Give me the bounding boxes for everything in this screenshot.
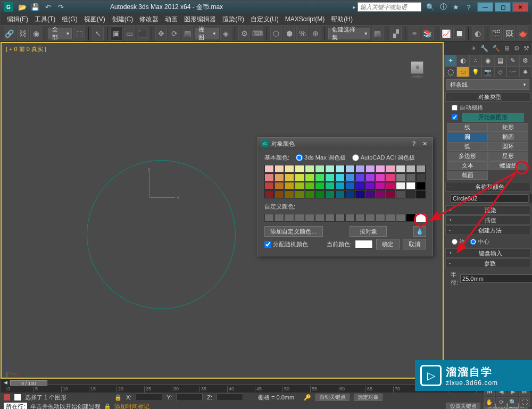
select-paint-icon[interactable]: ⬛ (137, 27, 148, 40)
snap-pct-icon[interactable]: % (296, 27, 308, 40)
dialog-close[interactable]: ✕ (420, 140, 429, 147)
color-cell[interactable] (386, 173, 395, 181)
radio-aci-palette[interactable] (352, 154, 359, 161)
maximize-button[interactable]: ▢ (495, 2, 511, 12)
select-name-icon[interactable]: ▣ (111, 27, 122, 40)
scale-icon[interactable]: ▤ (182, 27, 194, 40)
manip-icon[interactable]: ⚙ (238, 27, 250, 40)
btn-line[interactable]: 线 (447, 123, 488, 132)
color-cell[interactable] (416, 173, 426, 181)
cancel-button[interactable]: 取消 (403, 239, 426, 249)
color-cell[interactable] (315, 190, 325, 198)
snap-angle-icon[interactable]: ⬢ (284, 27, 295, 40)
coord-z[interactable] (217, 394, 243, 401)
viewport-label[interactable]: [ + 0 前 0 真实 ] (6, 45, 46, 53)
custom-color-cell[interactable] (275, 214, 284, 222)
menu-script[interactable]: MAXScript(M) (282, 14, 328, 24)
sub-warp[interactable]: 〰 (506, 66, 519, 77)
color-cell[interactable] (345, 182, 355, 190)
color-cell[interactable] (396, 182, 405, 190)
radio-3dsmax-palette[interactable] (296, 154, 303, 161)
menu-custom[interactable]: 自定义(U) (247, 13, 282, 26)
color-cell[interactable] (264, 173, 274, 181)
setkey-btn[interactable]: 设置关键点 (446, 403, 480, 409)
btn-star[interactable]: 星形 (488, 152, 529, 161)
menu-create[interactable]: 创建(C) (109, 13, 137, 26)
color-cell[interactable] (386, 182, 395, 190)
rollout-name-color[interactable]: -名称和颜色 (445, 182, 530, 191)
color-cell[interactable] (275, 190, 284, 198)
unlink-icon[interactable]: ⛓ (17, 27, 29, 40)
selkey-btn[interactable]: 选定对象 (354, 394, 383, 401)
custom-color-cell[interactable] (396, 214, 405, 222)
color-cell[interactable] (386, 165, 395, 173)
add-custom-color-btn[interactable]: 添加自定义颜色… (264, 226, 323, 237)
color-cell[interactable] (406, 190, 415, 198)
rollout-object-type[interactable]: -对象类型 (445, 92, 530, 102)
sub-cam[interactable]: 📷 (481, 66, 494, 77)
color-cell[interactable] (335, 190, 345, 198)
color-cell[interactable] (285, 173, 294, 181)
object-color-swatch[interactable] (530, 194, 531, 203)
minimize-button[interactable]: — (477, 2, 493, 12)
color-cell[interactable] (335, 173, 345, 181)
sys-tab[interactable]: ⚙ (519, 55, 531, 66)
custom-color-cell[interactable] (335, 214, 345, 222)
sub-light[interactable]: 💡 (469, 66, 481, 77)
info-icon[interactable]: ⓘ (437, 2, 449, 12)
radio-center[interactable] (470, 239, 476, 245)
color-cell[interactable] (396, 165, 405, 173)
color-cell[interactable] (285, 190, 294, 198)
custom-color-cell[interactable] (386, 214, 395, 222)
color-cell[interactable] (416, 182, 426, 190)
close-button[interactable]: ✕ (512, 2, 528, 12)
nav-orbit[interactable]: ⟳ (496, 397, 506, 407)
sub-helper[interactable]: ◇ (494, 66, 506, 77)
color-cell[interactable] (406, 182, 415, 190)
btn-text[interactable]: 文本 (447, 161, 488, 170)
named-set[interactable]: 创建选择集 (328, 28, 370, 39)
btn-helix[interactable]: 螺旋线 (488, 161, 529, 170)
object-name-input[interactable] (451, 194, 528, 203)
color-cell[interactable] (264, 182, 274, 190)
auto-grid-checkbox[interactable] (452, 105, 458, 111)
color-cell[interactable] (295, 165, 304, 173)
custom-color-cell[interactable] (365, 214, 375, 222)
display-tab2[interactable]: ▤ (494, 55, 506, 66)
menu-graph[interactable]: 图形编辑器 (181, 13, 219, 26)
menu-help[interactable]: 帮助(H) (328, 13, 356, 26)
btn-section[interactable]: 截面 (447, 171, 488, 180)
spinner-snap-icon[interactable]: ⊕ (310, 27, 321, 40)
color-cell[interactable] (305, 165, 314, 173)
help-icon[interactable]: ? (463, 2, 475, 12)
color-cell[interactable] (365, 165, 375, 173)
custom-color-cell[interactable] (305, 214, 314, 222)
mirror-icon[interactable]: ▞ (390, 27, 402, 40)
custom-color-cell[interactable] (325, 214, 335, 222)
util-icon[interactable]: ⚙ (514, 45, 520, 52)
color-cell[interactable] (315, 182, 325, 190)
schematic-icon[interactable]: 🔲 (453, 27, 465, 40)
color-cell[interactable] (295, 182, 304, 190)
add-time-marker[interactable]: 添加时间标记 (114, 403, 149, 410)
color-cell[interactable] (345, 190, 355, 198)
redo-icon[interactable]: ↷ (55, 2, 66, 12)
color-cell[interactable] (345, 165, 355, 173)
radius-input[interactable] (460, 274, 532, 283)
color-cell[interactable] (335, 182, 345, 190)
color-cell[interactable] (376, 173, 385, 181)
color-cell[interactable] (396, 173, 405, 181)
color-cell[interactable] (355, 173, 365, 181)
custom-color-cell[interactable] (264, 214, 274, 222)
hammer-icon[interactable]: 🔨 (492, 45, 500, 52)
color-cell[interactable] (416, 190, 426, 198)
color-cell[interactable] (315, 165, 325, 173)
save-icon[interactable]: 💾 (29, 2, 41, 12)
color-cell[interactable] (416, 165, 426, 173)
color-cell[interactable] (325, 173, 335, 181)
color-cell[interactable] (335, 165, 345, 173)
color-cell[interactable] (345, 173, 355, 181)
color-cell[interactable] (305, 173, 314, 181)
selection-filter[interactable]: 全部 (48, 28, 72, 39)
by-object-btn[interactable]: 按对象 (350, 226, 387, 237)
